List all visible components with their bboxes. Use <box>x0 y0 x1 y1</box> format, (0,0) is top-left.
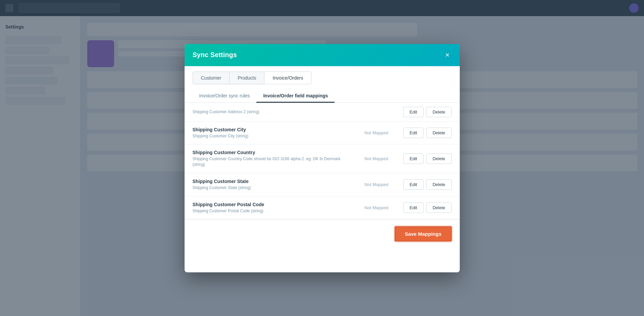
edit-button-shipping-country[interactable]: Edit <box>403 153 424 164</box>
field-desc: Shipping Customer City (string) <box>193 133 350 139</box>
sync-settings-modal: Sync Settings × Customer Products Invoic… <box>185 44 460 272</box>
mapping-row: Shipping Customer City Shipping Customer… <box>185 122 460 145</box>
field-info-shipping-city: Shipping Customer City Shipping Customer… <box>193 127 350 139</box>
mapping-row: Shipping Customer Country Shipping Custo… <box>185 144 460 173</box>
tabs-container: Customer Products Invoice/Orders Invoice… <box>185 66 460 103</box>
edit-button-shipping-state[interactable]: Edit <box>403 179 424 190</box>
edit-button-shipping-address-2[interactable]: Edit <box>403 107 424 117</box>
mapping-actions: Edit Delete <box>403 153 452 164</box>
mapping-status: Not Mapped <box>356 156 397 161</box>
mapping-actions: Edit Delete <box>403 179 452 190</box>
field-info-shipping-address-2: Shipping Customer Address 2 (string) <box>193 109 350 115</box>
edit-button-shipping-city[interactable]: Edit <box>403 128 424 138</box>
sub-tab-field-mappings[interactable]: Invoice/Order field mappings <box>256 90 335 103</box>
delete-button-shipping-state[interactable]: Delete <box>426 179 452 190</box>
mapping-actions: Edit Delete <box>403 107 452 117</box>
mapping-row: Shipping Customer Address 2 (string) Edi… <box>185 103 460 122</box>
field-info-shipping-postal: Shipping Customer Postal Code Shipping C… <box>193 202 350 214</box>
tab-products[interactable]: Products <box>229 72 264 84</box>
mapping-row: Shipping Customer State Shipping Custome… <box>185 173 460 196</box>
field-name: Shipping Customer City <box>193 127 350 132</box>
field-info-shipping-country: Shipping Customer Country Shipping Custo… <box>193 150 350 168</box>
edit-button-shipping-postal[interactable]: Edit <box>403 202 424 213</box>
field-name: Shipping Customer State <box>193 179 350 184</box>
modal-header: Sync Settings × <box>185 44 460 66</box>
delete-button-shipping-country[interactable]: Delete <box>426 153 452 164</box>
field-desc: Shipping Customer State (string) <box>193 185 350 191</box>
mapping-row: Shipping Customer Postal Code Shipping C… <box>185 196 460 220</box>
bottom-spacer <box>185 248 460 272</box>
tab-customer[interactable]: Customer <box>193 72 230 84</box>
delete-button-shipping-city[interactable]: Delete <box>426 128 452 138</box>
mapping-status: Not Mapped <box>356 130 397 135</box>
tabs-row: Customer Products Invoice/Orders <box>193 72 452 84</box>
content-area[interactable]: Shipping Customer Address 2 (string) Edi… <box>185 103 460 272</box>
mapping-actions: Edit Delete <box>403 202 452 213</box>
modal-backdrop: Sync Settings × Customer Products Invoic… <box>0 0 644 316</box>
field-desc: Shipping Customer Address 2 (string) <box>193 109 350 115</box>
mapping-status: Not Mapped <box>356 205 397 210</box>
field-desc: Shipping Customer Postal Code (string) <box>193 208 350 214</box>
tab-invoice-orders[interactable]: Invoice/Orders <box>264 72 311 84</box>
sub-tab-sync-rules[interactable]: Invoice/Order sync rules <box>193 90 257 103</box>
field-name: Shipping Customer Postal Code <box>193 202 350 207</box>
modal-body: Customer Products Invoice/Orders Invoice… <box>185 66 460 272</box>
modal-close-button[interactable]: × <box>443 51 452 59</box>
save-area: Save Mappings <box>185 219 460 248</box>
delete-button-shipping-address-2[interactable]: Delete <box>426 107 452 117</box>
field-desc: Shipping Customer Country Code should be… <box>193 156 350 168</box>
field-name: Shipping Customer Country <box>193 150 350 155</box>
modal-title: Sync Settings <box>193 51 237 59</box>
mapping-actions: Edit Delete <box>403 128 452 138</box>
save-mappings-button[interactable]: Save Mappings <box>395 226 451 241</box>
field-info-shipping-state: Shipping Customer State Shipping Custome… <box>193 179 350 191</box>
mapping-status: Not Mapped <box>356 182 397 187</box>
sub-tabs-row: Invoice/Order sync rules Invoice/Order f… <box>193 84 452 102</box>
delete-button-shipping-postal[interactable]: Delete <box>426 202 452 213</box>
